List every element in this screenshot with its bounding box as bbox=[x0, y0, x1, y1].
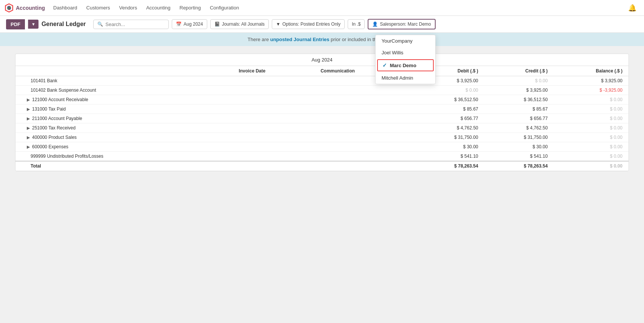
credit-cell: $ 3,925.00 bbox=[484, 86, 554, 95]
communication-cell bbox=[271, 142, 361, 152]
communication-cell bbox=[271, 123, 361, 133]
nav-vendors[interactable]: Vendors bbox=[115, 3, 141, 12]
table-row[interactable]: ▶400000 Product Sales$ 31,750.00$ 31,750… bbox=[15, 133, 629, 142]
options-filter-button[interactable]: ▼ Options: Posted Entries Only bbox=[272, 19, 345, 29]
credit-cell: $ 656.77 bbox=[484, 114, 554, 123]
dropdown-item-marcdemo[interactable]: ✓ Marc Demo bbox=[377, 59, 434, 71]
table-row[interactable]: ▶121000 Account Receivable$ 36,512.50$ 3… bbox=[15, 95, 629, 105]
page-title: General Ledger bbox=[42, 21, 86, 28]
credit-cell: $ 4,762.50 bbox=[484, 123, 554, 133]
total-debit: $ 78,263.54 bbox=[415, 161, 484, 171]
total-balance: $ 0.00 bbox=[554, 161, 629, 171]
credit-cell: $ 85.67 bbox=[484, 105, 554, 114]
pdf-dropdown-button[interactable]: ▼ bbox=[28, 20, 39, 29]
notice-text-before: There are bbox=[248, 37, 270, 42]
invoice-date-cell bbox=[197, 86, 271, 95]
dropdown-item-mitchelladmin[interactable]: Mitchell Admin bbox=[376, 72, 435, 84]
partner-cell bbox=[361, 152, 415, 162]
period-label: Aug 2024 bbox=[311, 57, 333, 63]
balance-cell: $ 0.00 bbox=[554, 123, 629, 133]
pdf-button[interactable]: PDF bbox=[6, 19, 25, 29]
communication-cell bbox=[271, 133, 361, 142]
partner-cell bbox=[361, 105, 415, 114]
partner-cell bbox=[361, 95, 415, 105]
balance-cell: $ 3,925.00 bbox=[554, 76, 629, 86]
table-row[interactable]: ▶600000 Expenses$ 30.00$ 30.00$ 0.00 bbox=[15, 142, 629, 152]
table-row[interactable]: ▶131000 Tax Paid$ 85.67$ 85.67$ 0.00 bbox=[15, 105, 629, 114]
app-logo[interactable]: Accounting bbox=[5, 3, 45, 12]
table-row[interactable]: 101402 Bank Suspense Account$ 0.00$ 3,92… bbox=[15, 86, 629, 95]
notification-icon[interactable]: 🔔 bbox=[625, 2, 639, 14]
balance-cell: $ 0.00 bbox=[554, 114, 629, 123]
debit-cell: $ 4,762.50 bbox=[415, 123, 484, 133]
invoice-date-cell bbox=[197, 123, 271, 133]
partner-cell bbox=[361, 86, 415, 95]
journals-filter-button[interactable]: 📓 Journals: All Journals bbox=[210, 19, 269, 29]
toolbar: PDF ▼ General Ledger 🔍 📅 Aug 2024 📓 Jour… bbox=[0, 16, 644, 33]
expand-icon[interactable]: ▶ bbox=[27, 97, 30, 102]
search-box[interactable]: 🔍 bbox=[93, 20, 169, 29]
credit-cell: $ 30.00 bbox=[484, 142, 554, 152]
dropdown-item-joelwillis[interactable]: Joel Willis bbox=[376, 47, 435, 58]
person-icon: 👤 bbox=[372, 22, 378, 27]
debit-cell: $ 31,750.00 bbox=[415, 133, 484, 142]
dropdown-item-yourcompany[interactable]: YourCompany bbox=[376, 35, 435, 47]
debit-cell: $ 36,512.50 bbox=[415, 95, 484, 105]
invoice-date-cell bbox=[197, 133, 271, 142]
expand-icon[interactable]: ▶ bbox=[27, 116, 30, 121]
currency-filter-button[interactable]: In .$ bbox=[348, 19, 365, 29]
table-row[interactable]: ▶211000 Account Payable$ 656.77$ 656.77$… bbox=[15, 114, 629, 123]
debit-cell: $ 30.00 bbox=[415, 142, 484, 152]
balance-cell: $ 0.00 bbox=[554, 152, 629, 162]
col-credit: Credit (.$ ) bbox=[484, 66, 554, 76]
partner-cell bbox=[361, 142, 415, 152]
nav-reporting[interactable]: Reporting bbox=[176, 3, 205, 12]
invoice-date-cell bbox=[197, 114, 271, 123]
expand-icon[interactable]: ▶ bbox=[27, 135, 30, 140]
journal-icon: 📓 bbox=[214, 22, 220, 27]
nav-accounting[interactable]: Accounting bbox=[142, 3, 174, 12]
salesperson-label: Salesperson: Marc Demo bbox=[380, 22, 431, 27]
credit-cell: $ 31,750.00 bbox=[484, 133, 554, 142]
salesperson-button[interactable]: 👤 Salesperson: Marc Demo bbox=[368, 19, 435, 29]
nav-dashboard[interactable]: Dashboard bbox=[49, 3, 81, 12]
search-input[interactable] bbox=[105, 22, 165, 27]
report-table: Invoice Date Communication Partner Debit… bbox=[15, 66, 629, 171]
invoice-date-cell bbox=[197, 105, 271, 114]
debit-cell: $ 0.00 bbox=[415, 86, 484, 95]
dropdown-item-label: Marc Demo bbox=[390, 63, 416, 68]
notice-link[interactable]: unposted Journal Entries bbox=[270, 37, 330, 42]
expand-icon[interactable]: ▶ bbox=[27, 126, 30, 130]
table-header-row: Invoice Date Communication Partner Debit… bbox=[15, 66, 629, 76]
balance-cell: $ 0.00 bbox=[554, 142, 629, 152]
filter-icon: ▼ bbox=[276, 22, 280, 27]
date-filter-label: Aug 2024 bbox=[183, 22, 203, 27]
search-icon: 🔍 bbox=[97, 22, 103, 27]
nav-customers[interactable]: Customers bbox=[83, 3, 114, 12]
currency-filter-label: In .$ bbox=[352, 22, 361, 27]
debit-cell: $ 85.67 bbox=[415, 105, 484, 114]
date-filter-button[interactable]: 📅 Aug 2024 bbox=[172, 19, 207, 29]
salesperson-wrapper: 👤 Salesperson: Marc Demo YourCompany Joe… bbox=[368, 19, 435, 29]
table-row[interactable]: 101401 Bank$ 3,925.00$ 0.00$ 3,925.00 bbox=[15, 76, 629, 86]
total-label: Total bbox=[15, 161, 197, 171]
communication-cell bbox=[271, 114, 361, 123]
expand-icon[interactable]: ▶ bbox=[27, 107, 30, 111]
expand-icon[interactable]: ▶ bbox=[27, 145, 30, 149]
col-account bbox=[15, 66, 197, 76]
partner-cell bbox=[361, 114, 415, 123]
table-row[interactable]: 999999 Undistributed Profits/Losses$ 541… bbox=[15, 152, 629, 162]
report-table-container: Aug 2024 Invoice Date Communication Part… bbox=[15, 54, 629, 171]
salesperson-dropdown: YourCompany Joel Willis ✓ Marc Demo Mitc… bbox=[375, 35, 436, 84]
dropdown-item-label: Joel Willis bbox=[382, 50, 404, 55]
table-row[interactable]: ▶251000 Tax Received$ 4,762.50$ 4,762.50… bbox=[15, 123, 629, 133]
debit-cell: $ 541.10 bbox=[415, 152, 484, 162]
col-communication: Communication bbox=[271, 66, 361, 76]
total-credit: $ 78,263.54 bbox=[484, 161, 554, 171]
notice-bar: There are unposted Journal Entries prior… bbox=[0, 33, 644, 46]
checkmark-icon: ✓ bbox=[382, 62, 387, 68]
top-navigation: Accounting Dashboard Customers Vendors A… bbox=[0, 0, 644, 16]
balance-cell: $ -3,925.00 bbox=[554, 86, 629, 95]
nav-configuration[interactable]: Configuration bbox=[206, 3, 243, 12]
invoice-date-cell bbox=[197, 142, 271, 152]
